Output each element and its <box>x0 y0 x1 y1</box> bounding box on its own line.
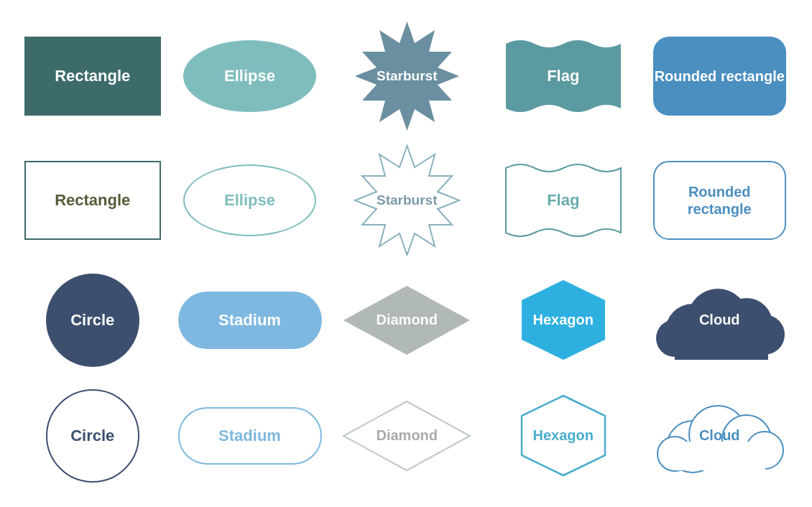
stadium-outline[interactable]: Stadium <box>178 407 322 465</box>
rrect-outline[interactable]: Rounded rectangle <box>653 161 786 240</box>
cell-circle-outline: Circle <box>22 384 164 487</box>
svg-rect-9 <box>675 331 768 360</box>
cell-cloud-outline: Cloud <box>649 384 791 487</box>
hexagon-filled[interactable]: Hexagon <box>517 279 610 361</box>
hexagon-outline[interactable]: Hexagon <box>517 394 610 477</box>
cell-diamond-outline: Diamond <box>336 384 479 487</box>
cell-rectangle-filled: Rectangle <box>22 20 164 131</box>
stadium-outline-label: Stadium <box>218 427 281 445</box>
svg-rect-17 <box>676 442 765 470</box>
cell-ellipse-filled: Ellipse <box>178 20 322 131</box>
diamond-filled-label: Diamond <box>376 312 438 328</box>
circle-outline[interactable]: Circle <box>46 389 139 483</box>
rrect-outline-label: Rounded rectangle <box>655 183 785 218</box>
cell-ellipse-outline: Ellipse <box>178 144 322 256</box>
rectangle-outline[interactable]: Rectangle <box>24 161 161 240</box>
starburst-filled[interactable]: Starburst <box>351 20 463 131</box>
rectangle-filled-label: Rectangle <box>55 67 130 85</box>
circle-outline-label: Circle <box>70 427 114 445</box>
cell-hexagon-filled: Hexagon <box>492 269 635 371</box>
cloud-filled-label: Cloud <box>699 312 740 328</box>
cell-stadium-outline: Stadium <box>178 384 322 487</box>
diamond-outline[interactable]: Diamond <box>342 400 471 472</box>
rectangle-outline-label: Rectangle <box>55 191 130 210</box>
cell-rrect-outline: Rounded rectangle <box>649 144 791 256</box>
flag-filled-label: Flag <box>547 67 579 85</box>
cell-hexagon-outline: Hexagon <box>492 384 635 487</box>
starburst-outline-label: Starburst <box>377 192 437 208</box>
cloud-outline-label: Cloud <box>699 427 740 444</box>
ellipse-filled-label: Ellipse <box>224 67 275 85</box>
ellipse-outline-label: Ellipse <box>224 191 275 210</box>
ellipse-outline[interactable]: Ellipse <box>183 164 316 236</box>
cell-cloud-filled: Cloud <box>649 269 791 371</box>
shapes-grid: Rectangle Ellipse Starburst Flag Rounded… <box>0 0 812 507</box>
rrect-filled-label: Rounded rectangle <box>655 68 785 85</box>
flag-outline-label: Flag <box>547 191 579 210</box>
cell-flag-outline: Flag <box>492 144 635 256</box>
stadium-filled-label: Stadium <box>218 311 281 330</box>
flag-outline[interactable]: Flag <box>499 161 628 240</box>
diamond-filled[interactable]: Diamond <box>342 284 471 356</box>
cell-diamond-filled: Diamond <box>336 269 479 371</box>
hexagon-outline-label: Hexagon <box>533 427 594 444</box>
cloud-outline[interactable]: Cloud <box>653 393 786 479</box>
stadium-filled[interactable]: Stadium <box>178 292 322 349</box>
cell-stadium-filled: Stadium <box>178 269 322 371</box>
starburst-outline[interactable]: Starburst <box>351 144 463 256</box>
ellipse-filled[interactable]: Ellipse <box>183 40 316 112</box>
flag-filled[interactable]: Flag <box>499 37 628 116</box>
cell-flag-filled: Flag <box>492 20 635 131</box>
starburst-filled-label: Starburst <box>377 68 437 84</box>
diamond-outline-label: Diamond <box>376 427 438 444</box>
cloud-filled[interactable]: Cloud <box>653 277 786 363</box>
hexagon-filled-label: Hexagon <box>533 312 594 328</box>
rectangle-filled[interactable]: Rectangle <box>24 37 161 116</box>
cell-rrect-filled: Rounded rectangle <box>649 20 791 131</box>
circle-filled[interactable]: Circle <box>46 274 139 367</box>
cell-starburst-outline: Starburst <box>336 144 479 256</box>
circle-filled-label: Circle <box>70 311 114 330</box>
cell-circle-filled: Circle <box>22 269 164 371</box>
cell-rectangle-outline: Rectangle <box>22 144 164 256</box>
rrect-filled[interactable]: Rounded rectangle <box>653 37 786 116</box>
cell-starburst-filled: Starburst <box>336 20 479 131</box>
